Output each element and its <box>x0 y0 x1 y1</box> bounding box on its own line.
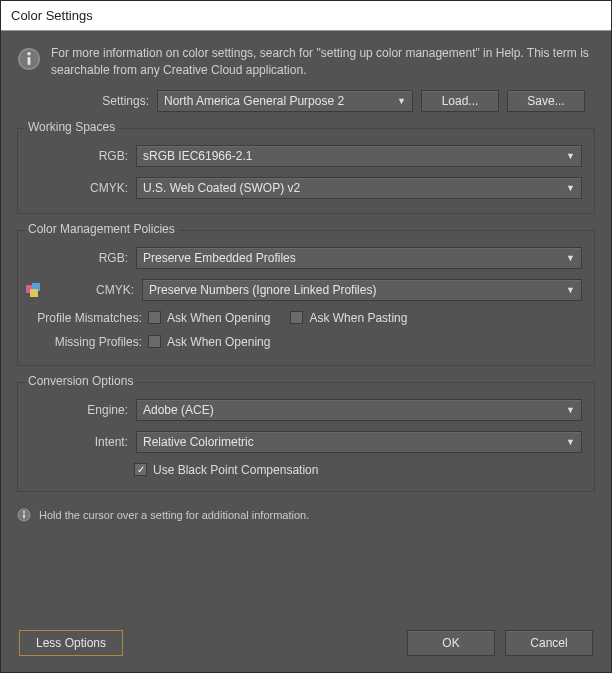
mismatch-open-checkbox[interactable] <box>148 311 161 324</box>
mismatch-open-label: Ask When Opening <box>167 311 270 325</box>
hint-row: Hold the cursor over a setting for addit… <box>17 508 595 522</box>
policies-cmyk-value: Preserve Numbers (Ignore Linked Profiles… <box>149 283 376 297</box>
intent-label: Intent: <box>30 435 128 449</box>
bpc-checkbox[interactable] <box>134 463 147 476</box>
bpc-label: Use Black Point Compensation <box>153 463 318 477</box>
policies-rgb-value: Preserve Embedded Profiles <box>143 251 296 265</box>
window-title: Color Settings <box>11 8 93 23</box>
mismatch-paste-checkbox[interactable] <box>290 311 303 324</box>
conversion-group: Conversion Options Engine: Adobe (ACE) ▼… <box>17 382 595 492</box>
cancel-button[interactable]: Cancel <box>505 630 593 656</box>
chevron-down-icon: ▼ <box>566 183 575 193</box>
svg-rect-9 <box>23 514 25 518</box>
info-text: For more information on color settings, … <box>51 45 595 80</box>
rgb-label: RGB: <box>30 149 128 163</box>
info-row: For more information on color settings, … <box>17 45 595 80</box>
chevron-down-icon: ▼ <box>566 285 575 295</box>
engine-dropdown[interactable]: Adobe (ACE) ▼ <box>136 399 582 421</box>
engine-value: Adobe (ACE) <box>143 403 214 417</box>
mismatch-paste-label: Ask When Pasting <box>309 311 407 325</box>
svg-rect-2 <box>28 57 31 65</box>
chevron-down-icon: ▼ <box>566 151 575 161</box>
working-rgb-dropdown[interactable]: sRGB IEC61966-2.1 ▼ <box>136 145 582 167</box>
titlebar: Color Settings <box>1 1 611 31</box>
chevron-down-icon: ▼ <box>397 96 406 106</box>
color-settings-dialog: Color Settings For more information on c… <box>0 0 612 673</box>
svg-point-3 <box>27 52 30 55</box>
policies-rgb-dropdown[interactable]: Preserve Embedded Profiles ▼ <box>136 247 582 269</box>
footer: Less Options OK Cancel <box>17 626 595 662</box>
mismatch-label: Profile Mismatches: <box>30 311 142 325</box>
policies-cmyk-dropdown[interactable]: Preserve Numbers (Ignore Linked Profiles… <box>142 279 582 301</box>
working-cmyk-value: U.S. Web Coated (SWOP) v2 <box>143 181 300 195</box>
settings-dropdown[interactable]: North America General Purpose 2 ▼ <box>157 90 413 112</box>
chevron-down-icon: ▼ <box>566 405 575 415</box>
less-options-button[interactable]: Less Options <box>19 630 123 656</box>
chevron-down-icon: ▼ <box>566 437 575 447</box>
intent-value: Relative Colorimetric <box>143 435 254 449</box>
cmyk-label: CMYK: <box>30 181 128 195</box>
working-cmyk-dropdown[interactable]: U.S. Web Coated (SWOP) v2 ▼ <box>136 177 582 199</box>
working-rgb-value: sRGB IEC61966-2.1 <box>143 149 252 163</box>
policies-rgb-label: RGB: <box>30 251 128 265</box>
engine-label: Engine: <box>30 403 128 417</box>
svg-point-10 <box>23 511 25 513</box>
hint-text: Hold the cursor over a setting for addit… <box>39 509 309 521</box>
policies-cmyk-label: CMYK: <box>56 283 134 297</box>
conversion-legend: Conversion Options <box>24 374 137 388</box>
dialog-content: For more information on color settings, … <box>1 31 611 672</box>
settings-label: Settings: <box>51 94 149 108</box>
working-spaces-legend: Working Spaces <box>24 120 119 134</box>
intent-dropdown[interactable]: Relative Colorimetric ▼ <box>136 431 582 453</box>
policies-group: Color Management Policies RGB: Preserve … <box>17 230 595 366</box>
save-button[interactable]: Save... <box>507 90 585 112</box>
missing-label: Missing Profiles: <box>30 335 142 349</box>
svg-rect-6 <box>30 289 38 297</box>
missing-open-label: Ask When Opening <box>167 335 270 349</box>
policies-legend: Color Management Policies <box>24 222 179 236</box>
info-icon <box>17 508 31 522</box>
working-spaces-group: Working Spaces RGB: sRGB IEC61966-2.1 ▼ … <box>17 128 595 214</box>
settings-value: North America General Purpose 2 <box>164 94 344 108</box>
ok-button[interactable]: OK <box>407 630 495 656</box>
settings-row: Settings: North America General Purpose … <box>17 90 595 112</box>
chevron-down-icon: ▼ <box>566 253 575 263</box>
info-icon <box>17 47 41 71</box>
load-button[interactable]: Load... <box>421 90 499 112</box>
missing-open-checkbox[interactable] <box>148 335 161 348</box>
color-swatch-icon <box>26 283 44 297</box>
